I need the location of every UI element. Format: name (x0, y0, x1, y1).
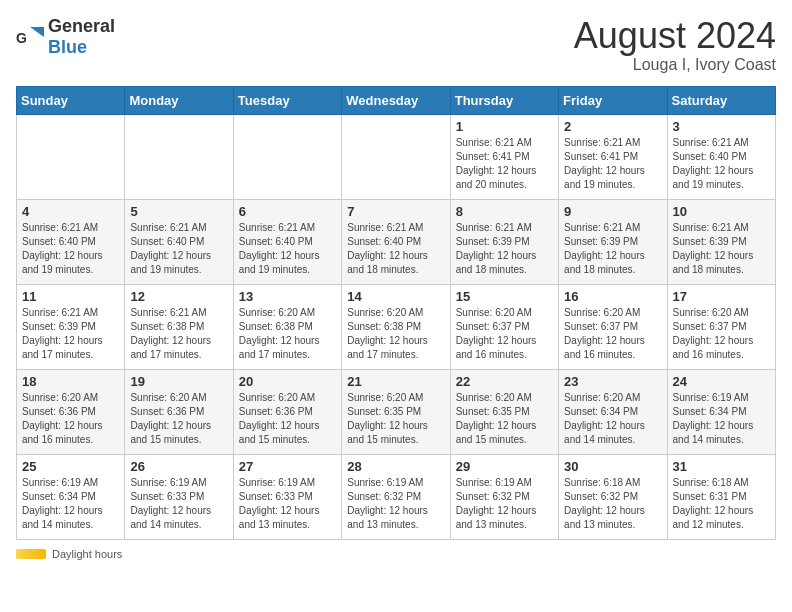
cell-day-number: 30 (564, 459, 661, 474)
cell-day-number: 22 (456, 374, 553, 389)
cell-info: Sunrise: 6:21 AM Sunset: 6:39 PM Dayligh… (673, 221, 770, 277)
title-area: August 2024 Louga I, Ivory Coast (574, 16, 776, 74)
calendar-cell: 16Sunrise: 6:20 AM Sunset: 6:37 PM Dayli… (559, 284, 667, 369)
sub-title: Louga I, Ivory Coast (574, 56, 776, 74)
calendar-cell: 31Sunrise: 6:18 AM Sunset: 6:31 PM Dayli… (667, 454, 775, 539)
calendar-cell: 22Sunrise: 6:20 AM Sunset: 6:35 PM Dayli… (450, 369, 558, 454)
cell-info: Sunrise: 6:20 AM Sunset: 6:35 PM Dayligh… (347, 391, 444, 447)
calendar-cell: 4Sunrise: 6:21 AM Sunset: 6:40 PM Daylig… (17, 199, 125, 284)
cell-info: Sunrise: 6:21 AM Sunset: 6:39 PM Dayligh… (456, 221, 553, 277)
calendar-cell: 10Sunrise: 6:21 AM Sunset: 6:39 PM Dayli… (667, 199, 775, 284)
cell-info: Sunrise: 6:19 AM Sunset: 6:34 PM Dayligh… (673, 391, 770, 447)
week-row-4: 18Sunrise: 6:20 AM Sunset: 6:36 PM Dayli… (17, 369, 776, 454)
col-header-friday: Friday (559, 86, 667, 114)
week-row-2: 4Sunrise: 6:21 AM Sunset: 6:40 PM Daylig… (17, 199, 776, 284)
calendar-cell: 17Sunrise: 6:20 AM Sunset: 6:37 PM Dayli… (667, 284, 775, 369)
col-header-sunday: Sunday (17, 86, 125, 114)
calendar-cell: 30Sunrise: 6:18 AM Sunset: 6:32 PM Dayli… (559, 454, 667, 539)
logo-blue: Blue (48, 37, 87, 57)
calendar-cell: 1Sunrise: 6:21 AM Sunset: 6:41 PM Daylig… (450, 114, 558, 199)
cell-info: Sunrise: 6:18 AM Sunset: 6:31 PM Dayligh… (673, 476, 770, 532)
logo: G General Blue (16, 16, 115, 58)
cell-day-number: 12 (130, 289, 227, 304)
calendar-cell: 25Sunrise: 6:19 AM Sunset: 6:34 PM Dayli… (17, 454, 125, 539)
calendar-cell: 20Sunrise: 6:20 AM Sunset: 6:36 PM Dayli… (233, 369, 341, 454)
calendar-cell: 6Sunrise: 6:21 AM Sunset: 6:40 PM Daylig… (233, 199, 341, 284)
cell-day-number: 27 (239, 459, 336, 474)
cell-info: Sunrise: 6:18 AM Sunset: 6:32 PM Dayligh… (564, 476, 661, 532)
footer-note: Daylight hours (16, 548, 776, 560)
cell-day-number: 21 (347, 374, 444, 389)
cell-day-number: 15 (456, 289, 553, 304)
header-row: SundayMondayTuesdayWednesdayThursdayFrid… (17, 86, 776, 114)
cell-day-number: 6 (239, 204, 336, 219)
calendar-cell: 27Sunrise: 6:19 AM Sunset: 6:33 PM Dayli… (233, 454, 341, 539)
logo-icon: G (16, 23, 44, 51)
calendar-cell (342, 114, 450, 199)
cell-day-number: 23 (564, 374, 661, 389)
col-header-saturday: Saturday (667, 86, 775, 114)
cell-info: Sunrise: 6:21 AM Sunset: 6:39 PM Dayligh… (564, 221, 661, 277)
calendar-cell: 3Sunrise: 6:21 AM Sunset: 6:40 PM Daylig… (667, 114, 775, 199)
calendar-header: SundayMondayTuesdayWednesdayThursdayFrid… (17, 86, 776, 114)
calendar-cell: 19Sunrise: 6:20 AM Sunset: 6:36 PM Dayli… (125, 369, 233, 454)
cell-info: Sunrise: 6:20 AM Sunset: 6:38 PM Dayligh… (347, 306, 444, 362)
cell-info: Sunrise: 6:20 AM Sunset: 6:36 PM Dayligh… (239, 391, 336, 447)
calendar-cell: 28Sunrise: 6:19 AM Sunset: 6:32 PM Dayli… (342, 454, 450, 539)
cell-day-number: 19 (130, 374, 227, 389)
col-header-tuesday: Tuesday (233, 86, 341, 114)
cell-day-number: 25 (22, 459, 119, 474)
calendar-cell (17, 114, 125, 199)
calendar-cell: 13Sunrise: 6:20 AM Sunset: 6:38 PM Dayli… (233, 284, 341, 369)
cell-info: Sunrise: 6:20 AM Sunset: 6:36 PM Dayligh… (130, 391, 227, 447)
cell-info: Sunrise: 6:21 AM Sunset: 6:38 PM Dayligh… (130, 306, 227, 362)
cell-day-number: 16 (564, 289, 661, 304)
cell-day-number: 18 (22, 374, 119, 389)
cell-day-number: 7 (347, 204, 444, 219)
cell-info: Sunrise: 6:20 AM Sunset: 6:34 PM Dayligh… (564, 391, 661, 447)
cell-day-number: 2 (564, 119, 661, 134)
calendar-cell (233, 114, 341, 199)
svg-marker-1 (30, 27, 44, 37)
calendar-cell: 23Sunrise: 6:20 AM Sunset: 6:34 PM Dayli… (559, 369, 667, 454)
cell-day-number: 5 (130, 204, 227, 219)
col-header-monday: Monday (125, 86, 233, 114)
daylight-bar-icon (16, 549, 46, 559)
cell-day-number: 29 (456, 459, 553, 474)
week-row-5: 25Sunrise: 6:19 AM Sunset: 6:34 PM Dayli… (17, 454, 776, 539)
calendar-cell: 15Sunrise: 6:20 AM Sunset: 6:37 PM Dayli… (450, 284, 558, 369)
main-title: August 2024 (574, 16, 776, 56)
cell-info: Sunrise: 6:20 AM Sunset: 6:37 PM Dayligh… (673, 306, 770, 362)
calendar-table: SundayMondayTuesdayWednesdayThursdayFrid… (16, 86, 776, 540)
cell-info: Sunrise: 6:19 AM Sunset: 6:33 PM Dayligh… (130, 476, 227, 532)
cell-info: Sunrise: 6:21 AM Sunset: 6:40 PM Dayligh… (347, 221, 444, 277)
cell-info: Sunrise: 6:21 AM Sunset: 6:39 PM Dayligh… (22, 306, 119, 362)
cell-day-number: 20 (239, 374, 336, 389)
cell-day-number: 9 (564, 204, 661, 219)
logo-general: General (48, 16, 115, 36)
cell-info: Sunrise: 6:20 AM Sunset: 6:37 PM Dayligh… (456, 306, 553, 362)
cell-day-number: 8 (456, 204, 553, 219)
cell-day-number: 24 (673, 374, 770, 389)
svg-text:G: G (16, 30, 27, 46)
cell-info: Sunrise: 6:19 AM Sunset: 6:33 PM Dayligh… (239, 476, 336, 532)
cell-day-number: 3 (673, 119, 770, 134)
cell-info: Sunrise: 6:20 AM Sunset: 6:36 PM Dayligh… (22, 391, 119, 447)
col-header-wednesday: Wednesday (342, 86, 450, 114)
cell-info: Sunrise: 6:19 AM Sunset: 6:34 PM Dayligh… (22, 476, 119, 532)
cell-day-number: 4 (22, 204, 119, 219)
cell-info: Sunrise: 6:21 AM Sunset: 6:40 PM Dayligh… (22, 221, 119, 277)
calendar-cell: 12Sunrise: 6:21 AM Sunset: 6:38 PM Dayli… (125, 284, 233, 369)
cell-day-number: 10 (673, 204, 770, 219)
page-header: G General Blue August 2024 Louga I, Ivor… (16, 16, 776, 74)
calendar-cell: 7Sunrise: 6:21 AM Sunset: 6:40 PM Daylig… (342, 199, 450, 284)
calendar-cell: 14Sunrise: 6:20 AM Sunset: 6:38 PM Dayli… (342, 284, 450, 369)
cell-day-number: 11 (22, 289, 119, 304)
cell-day-number: 14 (347, 289, 444, 304)
cell-info: Sunrise: 6:19 AM Sunset: 6:32 PM Dayligh… (456, 476, 553, 532)
cell-day-number: 31 (673, 459, 770, 474)
calendar-cell: 18Sunrise: 6:20 AM Sunset: 6:36 PM Dayli… (17, 369, 125, 454)
daylight-label: Daylight hours (52, 548, 122, 560)
cell-info: Sunrise: 6:20 AM Sunset: 6:35 PM Dayligh… (456, 391, 553, 447)
week-row-1: 1Sunrise: 6:21 AM Sunset: 6:41 PM Daylig… (17, 114, 776, 199)
